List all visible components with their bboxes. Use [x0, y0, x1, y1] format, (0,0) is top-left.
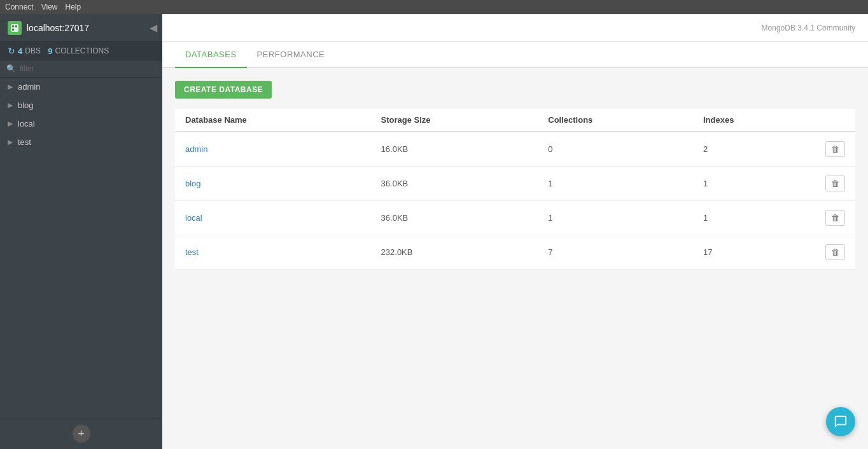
chevron-right-icon: ▶: [8, 138, 13, 146]
db-storage-cell: 16.0KB: [371, 132, 538, 167]
col-header-indexes: Indexes: [693, 109, 815, 132]
content-area: CREATE DATABASE Database Name Storage Si…: [162, 68, 868, 449]
delete-local-button[interactable]: 🗑: [825, 210, 845, 226]
db-collections-cell: 1: [538, 167, 693, 201]
connection-host: localhost:27017: [27, 23, 89, 33]
db-link-test[interactable]: test: [185, 247, 199, 257]
sidebar-stats: ↻ 4 DBS 9 COLLECTIONS: [0, 42, 162, 60]
tab-databases[interactable]: DATABASES: [175, 42, 247, 68]
sidebar-search-bar: 🔍: [0, 60, 162, 78]
table-row: test 232.0KB 7 17 🗑: [175, 235, 855, 270]
table-row: admin 16.0KB 0 2 🗑: [175, 132, 855, 167]
col-header-storage: Storage Size: [371, 109, 538, 132]
db-name-cell: admin: [175, 132, 371, 167]
app-layout: localhost:27017 ◀ ↻ 4 DBS 9 COLLECTIONS …: [0, 14, 868, 449]
main-content: MongoDB 3.4.1 Community DATABASES PERFOR…: [162, 14, 868, 449]
svg-rect-0: [11, 24, 18, 32]
chevron-right-icon: ▶: [8, 83, 13, 91]
sidebar-db-name-test: test: [18, 137, 31, 147]
sidebar-db-name-admin: admin: [18, 82, 40, 92]
sidebar-item-admin[interactable]: ▶ admin: [0, 78, 162, 96]
chevron-right-icon: ▶: [8, 101, 13, 109]
db-indexes-cell: 17: [693, 235, 815, 270]
sidebar-collapse-button[interactable]: ◀: [150, 22, 157, 34]
db-link-blog[interactable]: blog: [185, 179, 201, 188]
menu-connect[interactable]: Connect: [5, 3, 34, 11]
add-connection-button[interactable]: +: [73, 425, 90, 443]
db-collections-cell: 1: [538, 201, 693, 235]
delete-test-button[interactable]: 🗑: [825, 244, 845, 260]
db-storage-cell: 36.0KB: [371, 201, 538, 235]
tab-performance[interactable]: PERFORMANCE: [247, 42, 335, 68]
col-header-name: Database Name: [175, 109, 371, 132]
col-header-actions: [815, 109, 855, 132]
sidebar: localhost:27017 ◀ ↻ 4 DBS 9 COLLECTIONS …: [0, 14, 162, 449]
version-label: MongoDB 3.4.1 Community: [762, 24, 855, 32]
sidebar-db-name-blog: blog: [18, 100, 34, 110]
main-topbar: MongoDB 3.4.1 Community: [162, 14, 868, 42]
svg-rect-1: [12, 25, 14, 27]
db-actions-cell: 🗑: [815, 201, 855, 235]
db-indexes-cell: 1: [693, 167, 815, 201]
db-name-cell: blog: [175, 167, 371, 201]
sidebar-item-local[interactable]: ▶ local: [0, 114, 162, 133]
db-indexes-cell: 1: [693, 201, 815, 235]
sidebar-header: localhost:27017 ◀: [0, 14, 162, 42]
db-name-cell: local: [175, 201, 371, 235]
db-collections-cell: 7: [538, 235, 693, 270]
svg-rect-3: [12, 29, 14, 31]
menu-view[interactable]: View: [41, 3, 58, 11]
collections-separator: [43, 46, 45, 55]
delete-admin-button[interactable]: 🗑: [825, 141, 845, 157]
db-link-local[interactable]: local: [185, 213, 202, 223]
app-icon: [8, 21, 22, 35]
collections-count: 9: [48, 46, 52, 56]
dbs-count: 4: [18, 46, 22, 56]
db-name-cell: test: [175, 235, 371, 270]
sidebar-nav: ▶ admin ▶ blog ▶ local ▶ test: [0, 78, 162, 418]
table-row: local 36.0KB 1 1 🗑: [175, 201, 855, 235]
db-actions-cell: 🗑: [815, 235, 855, 270]
sidebar-item-test[interactable]: ▶ test: [0, 133, 162, 151]
db-link-admin[interactable]: admin: [185, 144, 207, 154]
tabs-bar: DATABASES PERFORMANCE: [162, 42, 868, 68]
menu-help[interactable]: Help: [66, 3, 81, 11]
table-row: blog 36.0KB 1 1 🗑: [175, 167, 855, 201]
sidebar-db-name-local: local: [18, 119, 35, 128]
search-input[interactable]: [20, 64, 156, 73]
svg-rect-2: [15, 25, 17, 27]
db-actions-cell: 🗑: [815, 167, 855, 201]
sidebar-footer: +: [0, 418, 162, 449]
create-database-button[interactable]: CREATE DATABASE: [175, 81, 272, 99]
db-storage-cell: 232.0KB: [371, 235, 538, 270]
refresh-icon[interactable]: ↻: [8, 46, 15, 56]
databases-table: Database Name Storage Size Collections I…: [175, 109, 855, 270]
db-storage-cell: 36.0KB: [371, 167, 538, 201]
chevron-right-icon: ▶: [8, 120, 13, 128]
db-collections-cell: 0: [538, 132, 693, 167]
db-actions-cell: 🗑: [815, 132, 855, 167]
collections-label: COLLECTIONS: [55, 46, 109, 55]
chat-icon: [834, 415, 848, 429]
dbs-label: DBS: [25, 46, 41, 55]
search-icon: 🔍: [6, 64, 16, 73]
col-header-collections: Collections: [538, 109, 693, 132]
db-indexes-cell: 2: [693, 132, 815, 167]
menubar: Connect View Help: [0, 0, 868, 14]
sidebar-item-blog[interactable]: ▶ blog: [0, 96, 162, 114]
table-header-row: Database Name Storage Size Collections I…: [175, 109, 855, 132]
chat-fab-button[interactable]: [826, 407, 855, 436]
delete-blog-button[interactable]: 🗑: [825, 176, 845, 191]
